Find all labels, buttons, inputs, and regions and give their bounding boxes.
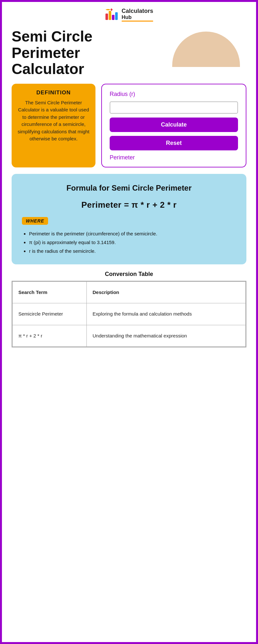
desc-2: Understanding the mathematical expressio… — [87, 325, 246, 347]
logo-subtitle: Hub — [122, 14, 153, 20]
where-badge: WHERE — [22, 217, 48, 225]
conversion-table: Search Term Description Semicircle Perim… — [12, 281, 246, 347]
radius-label: Radius (r) — [110, 91, 135, 98]
definition-text: The Semi Circle Perimeter Calculator is … — [17, 99, 90, 143]
formula-equation: Perimeter = π * r + 2 * r — [22, 200, 236, 210]
conversion-table-title: Conversion Table — [12, 271, 246, 278]
logo-area: Calculators Hub — [2, 2, 256, 25]
table-row-1: Semicircle Perimeter Exploring the formu… — [13, 303, 246, 325]
desc-1: Exploring the formula and calculation me… — [87, 303, 246, 325]
formula-title: Formula for Semi Circle Perimeter — [22, 183, 236, 193]
definition-box: DEFINITION The Semi Circle Perimeter Cal… — [12, 84, 95, 167]
svg-rect-1 — [109, 11, 111, 20]
term-1: Semicircle Perimeter — [13, 303, 87, 325]
calculate-button[interactable]: Calculate — [110, 118, 238, 132]
def-calc-row: DEFINITION The Semi Circle Perimeter Cal… — [2, 77, 256, 174]
svg-rect-3 — [115, 12, 118, 20]
logo-icon — [105, 8, 119, 22]
radius-input[interactable] — [110, 101, 238, 114]
logo-title: Calculators — [122, 8, 153, 14]
conversion-table-wrapper: Search Term Description Semicircle Perim… — [12, 281, 246, 348]
formula-bullet-3: r is the radius of the semicircle. — [29, 247, 236, 255]
formula-section: Formula for Semi Circle Perimeter Perime… — [12, 174, 246, 264]
logo-text-block: Calculators Hub — [122, 8, 153, 22]
formula-list: Perimeter is the perimeter (circumferenc… — [22, 229, 236, 255]
page-title-area: Semi Circle Perimeter Calculator — [2, 25, 256, 77]
formula-bullet-2: π (pi) is approximately equal to 3.14159… — [29, 238, 236, 247]
table-row-2: π * r + 2 * r Understanding the mathemat… — [13, 325, 246, 347]
logo-underline — [122, 21, 153, 22]
term-2: π * r + 2 * r — [13, 325, 87, 347]
definition-title: DEFINITION — [36, 90, 71, 96]
calculator-box: Radius (r) Calculate Reset Perimeter — [101, 84, 246, 167]
page-title: Semi Circle Perimeter Calculator — [12, 28, 134, 77]
reset-button[interactable]: Reset — [110, 136, 238, 150]
formula-bullet-1: Perimeter is the perimeter (circumferenc… — [29, 229, 236, 238]
svg-rect-2 — [112, 15, 114, 20]
svg-rect-0 — [105, 14, 108, 20]
table-header-row: Search Term Description — [13, 281, 246, 303]
perimeter-result-label: Perimeter — [110, 154, 135, 161]
header-search-term: Search Term — [13, 281, 87, 303]
header-description: Description — [87, 281, 246, 303]
semicircle-illustration — [172, 32, 240, 67]
